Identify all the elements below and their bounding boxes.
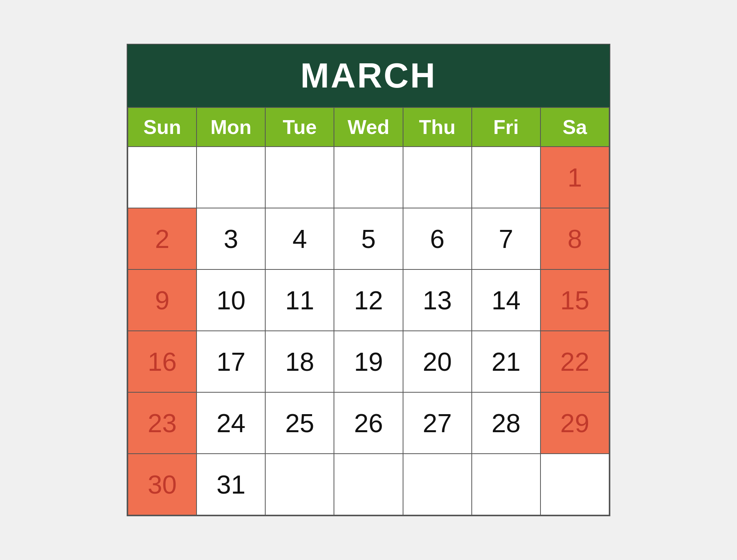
day-cell-17[interactable]: 17 <box>197 331 266 393</box>
day-cell-24[interactable]: 24 <box>197 393 266 454</box>
day-cell-16[interactable]: 16 <box>128 331 197 393</box>
day-cell-26[interactable]: 26 <box>334 393 403 454</box>
day-cell-empty[interactable] <box>266 147 334 208</box>
day-cell-11[interactable]: 11 <box>266 270 334 331</box>
day-cell-14[interactable]: 14 <box>472 270 541 331</box>
calendar: MARCH SunMonTueWedThuFriSa12345678910111… <box>127 44 610 516</box>
day-cell-empty[interactable] <box>266 454 334 515</box>
day-cell-3[interactable]: 3 <box>197 208 266 270</box>
calendar-grid: SunMonTueWedThuFriSa12345678910111213141… <box>127 107 610 515</box>
day-cell-22[interactable]: 22 <box>541 331 610 393</box>
day-cell-7[interactable]: 7 <box>472 208 541 270</box>
day-cell-27[interactable]: 27 <box>403 393 472 454</box>
day-cell-9[interactable]: 9 <box>128 270 197 331</box>
day-cell-28[interactable]: 28 <box>472 393 541 454</box>
day-cell-empty[interactable] <box>403 454 472 515</box>
day-cell-20[interactable]: 20 <box>403 331 472 393</box>
day-cell-empty[interactable] <box>472 147 541 208</box>
month-title: MARCH <box>127 56 610 96</box>
day-cell-empty[interactable] <box>334 147 403 208</box>
day-cell-empty[interactable] <box>403 147 472 208</box>
day-cell-29[interactable]: 29 <box>541 393 610 454</box>
day-header-sa: Sa <box>541 108 610 147</box>
day-cell-6[interactable]: 6 <box>403 208 472 270</box>
day-cell-30[interactable]: 30 <box>128 454 197 515</box>
calendar-header: MARCH <box>127 45 610 107</box>
day-cell-1[interactable]: 1 <box>541 147 610 208</box>
day-cell-empty[interactable] <box>541 454 610 515</box>
day-cell-25[interactable]: 25 <box>266 393 334 454</box>
day-cell-12[interactable]: 12 <box>334 270 403 331</box>
day-cell-10[interactable]: 10 <box>197 270 266 331</box>
day-cell-13[interactable]: 13 <box>403 270 472 331</box>
day-cell-empty[interactable] <box>472 454 541 515</box>
day-cell-4[interactable]: 4 <box>266 208 334 270</box>
day-header-thu: Thu <box>403 108 472 147</box>
day-header-tue: Tue <box>266 108 334 147</box>
day-cell-21[interactable]: 21 <box>472 331 541 393</box>
day-cell-5[interactable]: 5 <box>334 208 403 270</box>
day-header-sun: Sun <box>128 108 197 147</box>
day-cell-2[interactable]: 2 <box>128 208 197 270</box>
day-cell-23[interactable]: 23 <box>128 393 197 454</box>
day-cell-8[interactable]: 8 <box>541 208 610 270</box>
day-header-mon: Mon <box>197 108 266 147</box>
day-cell-empty[interactable] <box>334 454 403 515</box>
day-cell-18[interactable]: 18 <box>266 331 334 393</box>
day-cell-15[interactable]: 15 <box>541 270 610 331</box>
day-cell-31[interactable]: 31 <box>197 454 266 515</box>
day-cell-empty[interactable] <box>128 147 197 208</box>
day-cell-19[interactable]: 19 <box>334 331 403 393</box>
day-cell-empty[interactable] <box>197 147 266 208</box>
day-header-wed: Wed <box>334 108 403 147</box>
day-header-fri: Fri <box>472 108 541 147</box>
